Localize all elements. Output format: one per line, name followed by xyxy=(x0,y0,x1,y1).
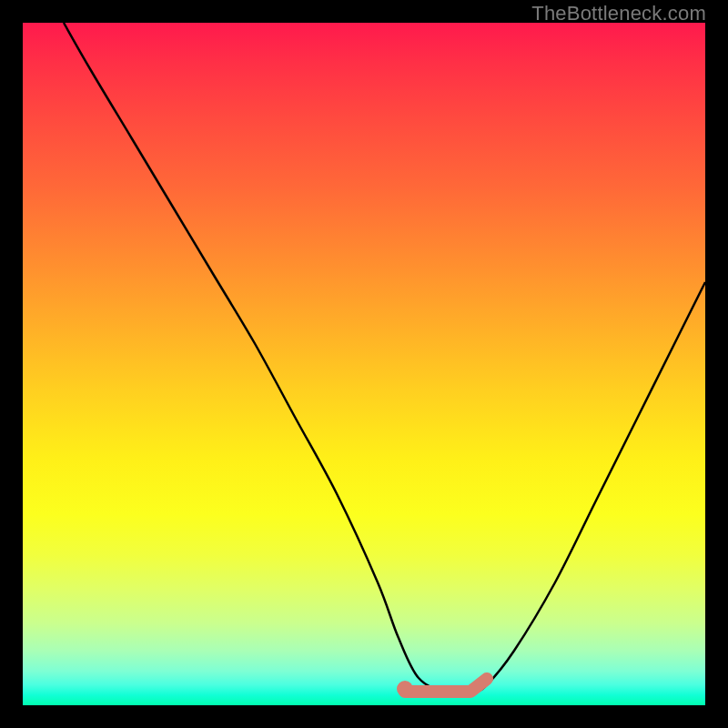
chart-svg xyxy=(23,23,705,705)
chart-frame: TheBottleneck.com xyxy=(0,0,728,728)
bottleneck-curve xyxy=(64,23,705,693)
watermark-text: TheBottleneck.com xyxy=(531,2,706,25)
optimal-zone-marker xyxy=(405,679,487,692)
optimal-start-dot xyxy=(397,681,413,697)
chart-plot-area xyxy=(23,23,705,705)
